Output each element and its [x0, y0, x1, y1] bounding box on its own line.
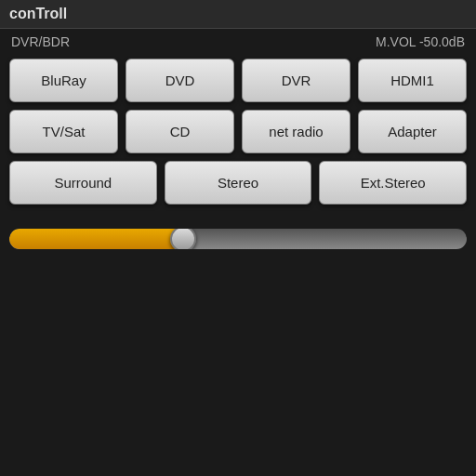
button-dvd[interactable]: DVD: [126, 59, 234, 102]
button-row-1: BluRay DVD DVR HDMI1: [9, 59, 467, 102]
volume-label: M.VOL -50.0dB: [376, 34, 465, 49]
app-title: conTroll: [9, 6, 67, 21]
button-extstereo[interactable]: Ext.Stereo: [319, 161, 467, 205]
button-stereo[interactable]: Stereo: [165, 161, 312, 205]
button-cd[interactable]: CD: [126, 110, 234, 153]
buttons-container: BluRay DVD DVR HDMI1 TV/Sat CD net radio…: [0, 53, 476, 210]
slider-track[interactable]: [9, 229, 467, 249]
button-hdmi1[interactable]: HDMI1: [358, 59, 467, 102]
button-netradio[interactable]: net radio: [242, 110, 350, 153]
slider-thumb[interactable]: [170, 229, 196, 249]
button-tvsat[interactable]: TV/Sat: [9, 110, 118, 153]
button-row-2: TV/Sat CD net radio Adapter: [9, 110, 467, 153]
button-dvr[interactable]: DVR: [242, 59, 350, 102]
source-label: DVR/BDR: [11, 34, 70, 49]
slider-fill: [9, 229, 183, 249]
header-row: DVR/BDR M.VOL -50.0dB: [0, 29, 476, 53]
button-bluray[interactable]: BluRay: [9, 59, 118, 102]
button-surround[interactable]: Surround: [9, 161, 157, 205]
title-bar: conTroll: [0, 0, 476, 29]
slider-container[interactable]: [0, 214, 476, 258]
button-row-3: Surround Stereo Ext.Stereo: [9, 161, 467, 205]
button-adapter[interactable]: Adapter: [358, 110, 467, 153]
